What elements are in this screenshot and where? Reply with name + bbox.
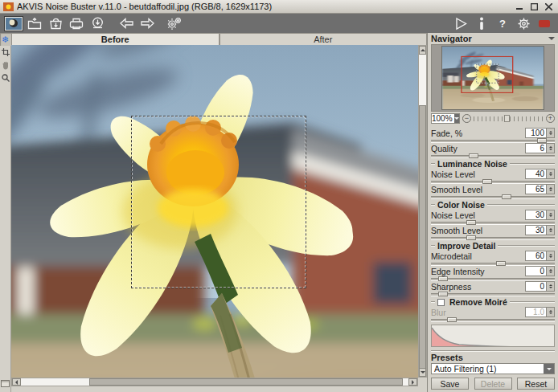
redo-icon[interactable] xyxy=(137,15,158,31)
zoom-dropdown-icon[interactable] xyxy=(454,114,459,123)
param-col-noise-slider[interactable] xyxy=(431,220,555,225)
info-icon[interactable] xyxy=(471,15,492,31)
param-edge: Edge Intensity 0 xyxy=(431,266,555,276)
presets-dropdown-icon[interactable] xyxy=(544,364,554,374)
param-blur-label: Blur xyxy=(431,308,525,317)
zoom-controls: 100% − + xyxy=(431,112,555,125)
noise-preview-tool-icon[interactable]: ❄ xyxy=(0,33,11,46)
zoom-out-icon[interactable]: − xyxy=(462,114,471,123)
navigator-collapse-icon[interactable] xyxy=(548,37,555,43)
slider-thumb[interactable] xyxy=(438,292,448,296)
hand-tool-icon[interactable] xyxy=(0,59,11,71)
param-col-noise-input[interactable]: 30 xyxy=(525,210,555,220)
param-lum-smooth-slider[interactable] xyxy=(431,194,555,199)
help-icon[interactable]: ? xyxy=(492,15,513,31)
zoom-in-icon[interactable]: + xyxy=(546,114,555,123)
crop-tool-icon[interactable] xyxy=(0,46,11,59)
param-blur: Blur 1.0 xyxy=(431,307,555,317)
param-quality-input[interactable]: 6 xyxy=(525,143,555,153)
zoom-tool-icon[interactable] xyxy=(0,71,11,84)
navigator-thumbnail[interactable] xyxy=(431,44,555,112)
slider-thumb[interactable] xyxy=(537,138,547,143)
settings-panel: Navigator 100% − + Fade, % xyxy=(427,33,558,392)
navigator-image xyxy=(441,46,544,110)
zoom-value: 100% xyxy=(432,114,454,123)
maximize-button[interactable] xyxy=(527,2,540,12)
preview-selection-rect[interactable] xyxy=(131,116,306,288)
slider-thumb[interactable] xyxy=(438,276,448,281)
slider-thumb[interactable] xyxy=(466,235,476,240)
param-sharpness-input[interactable]: 0 xyxy=(525,281,555,292)
slider-thumb[interactable] xyxy=(482,179,492,184)
main-toolbar: ? xyxy=(0,14,558,33)
param-sharpness-spinner[interactable] xyxy=(546,281,555,292)
close-button[interactable] xyxy=(542,2,555,12)
save-icon[interactable] xyxy=(45,15,66,31)
save-button[interactable]: Save xyxy=(431,378,469,390)
param-fade-input[interactable]: 100 xyxy=(525,128,555,138)
presets-buttons: Save Delete Reset xyxy=(431,378,555,390)
param-col-smooth: Smooth Level 30 xyxy=(431,225,555,235)
akvis-noise-buster-window: AKVIS Noise Buster v.11.0 - beutdaffodil… xyxy=(0,0,558,392)
slider-thumb[interactable] xyxy=(502,194,511,199)
vertical-scroll-thumb[interactable] xyxy=(419,105,426,370)
param-edge-spinner[interactable] xyxy=(546,266,555,276)
presets-dropdown[interactable]: Auto Filtering (1) xyxy=(431,363,555,374)
param-edge-slider[interactable] xyxy=(431,276,555,281)
open-icon[interactable] xyxy=(24,15,45,31)
zoom-slider[interactable] xyxy=(474,115,544,122)
delete-button: Delete xyxy=(474,378,512,390)
app-window-icon xyxy=(3,2,14,11)
param-lum-noise-slider[interactable] xyxy=(431,179,555,184)
param-fade-slider[interactable] xyxy=(431,138,555,143)
minimize-button[interactable] xyxy=(513,2,526,12)
vertical-scrollbar[interactable] xyxy=(418,45,427,378)
print-icon[interactable] xyxy=(66,15,87,31)
share-icon[interactable] xyxy=(87,15,108,31)
zoom-slider-thumb[interactable] xyxy=(504,115,510,122)
horizontal-scroll-thumb[interactable] xyxy=(89,378,403,386)
param-quality-spinner[interactable] xyxy=(546,143,555,153)
slider-thumb[interactable] xyxy=(469,153,478,158)
param-fade-spinner[interactable] xyxy=(546,128,555,138)
tab-before[interactable]: Before xyxy=(11,33,220,45)
param-col-smooth-spinner[interactable] xyxy=(546,225,555,235)
scroll-right-arrow[interactable] xyxy=(408,378,417,386)
run-icon[interactable] xyxy=(450,15,471,31)
param-microdetail-label: Microdetail xyxy=(431,251,525,261)
param-lum-smooth-input[interactable]: 65 xyxy=(525,184,555,194)
slider-thumb[interactable] xyxy=(466,220,476,225)
panel-toggle-icon[interactable] xyxy=(1,380,10,387)
param-lum-smooth-spinner[interactable] xyxy=(546,184,555,194)
batch-processing-icon[interactable] xyxy=(164,15,185,31)
param-lum-noise-input[interactable]: 40 xyxy=(525,169,555,179)
zoom-value-box[interactable]: 100% xyxy=(431,113,460,124)
horizontal-scrollbar[interactable] xyxy=(11,378,418,386)
scroll-down-arrow[interactable] xyxy=(419,368,426,377)
param-microdetail-spinner[interactable] xyxy=(546,251,555,261)
param-fade-label: Fade, % xyxy=(431,129,525,138)
app-logo-icon[interactable] xyxy=(3,15,24,31)
presets-selected: Auto Filtering (1) xyxy=(432,364,544,374)
slider-thumb[interactable] xyxy=(496,261,506,266)
undo-icon[interactable] xyxy=(116,15,137,31)
param-col-smooth-slider[interactable] xyxy=(431,235,555,240)
scroll-left-arrow[interactable] xyxy=(12,378,21,386)
preferences-icon[interactable] xyxy=(513,15,534,31)
scroll-up-arrow[interactable] xyxy=(419,46,426,55)
param-col-smooth-input[interactable]: 30 xyxy=(525,225,555,235)
akvis-logo-icon[interactable] xyxy=(534,15,555,31)
tab-after[interactable]: After xyxy=(220,33,428,45)
param-microdetail-slider[interactable] xyxy=(431,261,555,266)
param-lum-noise-label: Noise Level xyxy=(431,169,525,179)
param-quality-slider[interactable] xyxy=(431,153,555,158)
remove-moire-checkbox[interactable] xyxy=(437,299,445,306)
param-microdetail-input[interactable]: 60 xyxy=(525,251,555,261)
param-col-noise-spinner[interactable] xyxy=(546,210,555,220)
reset-button[interactable]: Reset xyxy=(517,378,555,390)
param-fade: Fade, % 100 xyxy=(431,128,555,138)
param-lum-noise-spinner[interactable] xyxy=(546,169,555,179)
image-canvas[interactable] xyxy=(11,45,418,378)
param-sharpness-slider[interactable] xyxy=(431,292,555,296)
param-edge-input[interactable]: 0 xyxy=(525,266,555,276)
